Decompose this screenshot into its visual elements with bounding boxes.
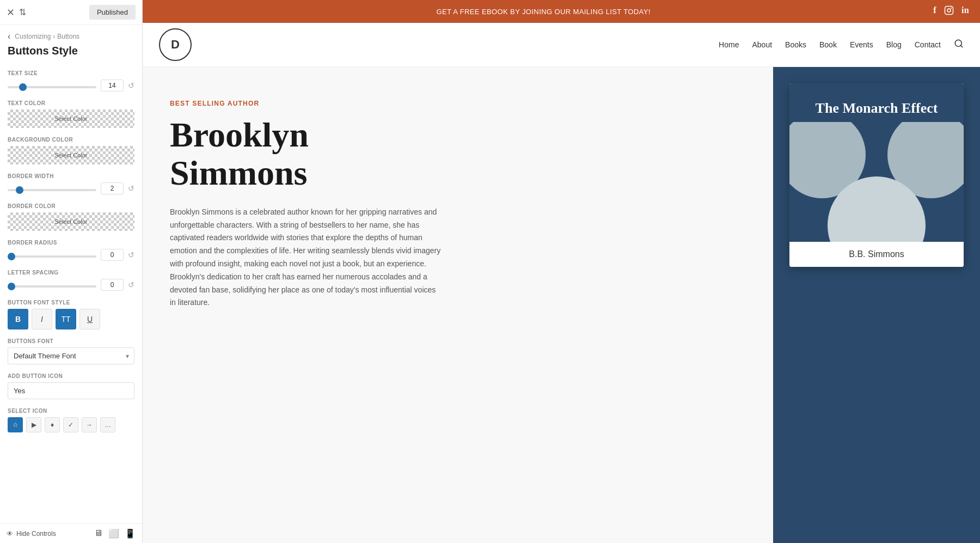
book-card: The Monarch Effect B.B. Simmons (789, 83, 964, 267)
select-icon-group: SELECT ICON ☆ ▶ ♦ ✓ → … (8, 408, 134, 432)
text-size-group: TEXT SIZE ↺ (8, 70, 134, 91)
letter-spacing-reset[interactable]: ↺ (128, 281, 134, 289)
uppercase-button[interactable]: TT (56, 309, 76, 330)
buttons-font-label: BUTTONS FONT (8, 338, 134, 344)
desktop-icon[interactable]: 🖥 (94, 528, 103, 539)
background-color-group: BACKGROUND COLOR Select Color (8, 137, 134, 164)
nav-contact[interactable]: Contact (915, 40, 941, 49)
close-icon[interactable]: ✕ (7, 8, 15, 17)
border-width-reset[interactable]: ↺ (128, 185, 134, 192)
border-color-placeholder: Select Color (55, 218, 88, 225)
instagram-icon[interactable] (944, 5, 954, 17)
icon-option-4[interactable]: ✓ (63, 417, 78, 432)
nav-events[interactable]: Events (850, 40, 873, 49)
add-button-icon-label: ADD BUTTON ICON (8, 373, 134, 379)
site-logo[interactable]: D (159, 28, 192, 61)
breadcrumb-parent: Customizing (15, 33, 51, 40)
background-color-picker[interactable]: Select Color (8, 146, 134, 164)
nav-home[interactable]: Home (719, 40, 739, 49)
site-nav: D Home About Books Book Events Blog Cont… (143, 23, 980, 67)
add-button-icon-group: ADD BUTTON ICON (8, 373, 134, 399)
border-width-label: BORDER WIDTH (8, 173, 134, 179)
letter-spacing-row: ↺ (8, 279, 134, 291)
letter-spacing-label: LETTER SPACING (8, 270, 134, 276)
icon-option-more[interactable]: … (100, 417, 115, 432)
border-width-slider[interactable] (8, 189, 96, 191)
border-width-row: ↺ (8, 182, 134, 194)
page-title: Buttons Style (0, 44, 142, 65)
border-radius-label: BORDER RADIUS (8, 240, 134, 246)
linkedin-icon[interactable]: in (961, 5, 969, 17)
border-radius-slider[interactable] (8, 255, 96, 258)
eye-icon: 👁 (7, 530, 13, 538)
author-bio: Brooklyn Simmons is a celebrated author … (170, 206, 442, 309)
svg-point-2 (951, 8, 952, 9)
border-width-group: BORDER WIDTH ↺ (8, 173, 134, 194)
panel-body: TEXT SIZE ↺ TEXT COLOR Select Color BACK… (0, 65, 142, 523)
published-button[interactable]: Published (89, 5, 136, 20)
bold-button[interactable]: B (8, 309, 28, 330)
facebook-icon[interactable]: f (933, 5, 936, 17)
border-radius-reset[interactable]: ↺ (128, 251, 134, 259)
hide-controls-button[interactable]: 👁 Hide Controls (7, 530, 56, 538)
text-color-group: TEXT COLOR Select Color (8, 100, 134, 128)
select-icon-label: SELECT ICON (8, 408, 134, 414)
underline-button[interactable]: U (79, 309, 100, 330)
text-color-picker[interactable]: Select Color (8, 109, 134, 128)
text-size-reset[interactable]: ↺ (128, 82, 134, 89)
nav-about[interactable]: About (752, 40, 772, 49)
border-radius-row: ↺ (8, 249, 134, 261)
nav-books[interactable]: Books (785, 40, 806, 49)
buttons-font-group: BUTTONS FONT Default Theme Font Arial Ge… (8, 338, 134, 364)
mobile-icon[interactable]: 📱 (125, 528, 136, 539)
border-color-picker[interactable]: Select Color (8, 212, 134, 231)
nav-book[interactable]: Book (819, 40, 837, 49)
letter-spacing-slider-container (8, 280, 96, 290)
text-color-label: TEXT COLOR (8, 100, 134, 106)
italic-button[interactable]: I (32, 309, 52, 330)
button-font-style-label: BUTTON FONT STYLE (8, 300, 134, 306)
search-icon[interactable] (954, 39, 964, 51)
icon-option-3[interactable]: ♦ (45, 417, 60, 432)
svg-line-4 (960, 45, 962, 47)
hero-section: BEST SELLING AUTHOR BrooklynSimmons Broo… (143, 67, 773, 543)
hide-controls-label: Hide Controls (16, 530, 56, 538)
main-content: BEST SELLING AUTHOR BrooklynSimmons Broo… (143, 67, 980, 543)
breadcrumb-child: Buttons (57, 33, 79, 40)
add-button-icon-input[interactable] (8, 382, 134, 399)
text-color-placeholder: Select Color (55, 115, 88, 122)
text-size-slider[interactable] (8, 86, 96, 88)
announcement-text: GET A FREE EBOOK BY JOINING OUR MAILING … (154, 8, 933, 16)
border-color-group: BORDER COLOR Select Color (8, 203, 134, 231)
reorder-icon[interactable]: ⇅ (19, 7, 26, 17)
background-color-label: BACKGROUND COLOR (8, 137, 134, 143)
panel-header: ✕ ⇅ Published (0, 0, 142, 25)
text-size-slider-container (8, 81, 96, 90)
site-preview: GET A FREE EBOOK BY JOINING OUR MAILING … (143, 0, 980, 543)
font-style-row: B I TT U (8, 309, 134, 330)
border-width-input[interactable] (101, 182, 124, 194)
buttons-font-select[interactable]: Default Theme Font Arial Georgia Helveti… (8, 347, 134, 364)
device-icons: 🖥 ⬜ 📱 (94, 528, 136, 539)
letter-spacing-input[interactable] (101, 279, 124, 291)
book-cover-bottom: B.B. Simmons (789, 242, 964, 267)
icon-option-5[interactable]: → (82, 417, 97, 432)
nav-links: Home About Books Book Events Blog Contac… (719, 39, 964, 51)
book-cover-art (789, 122, 964, 242)
tablet-icon[interactable]: ⬜ (108, 528, 119, 539)
nav-blog[interactable]: Blog (886, 40, 902, 49)
text-size-input[interactable] (101, 80, 124, 91)
letter-spacing-slider[interactable] (8, 285, 96, 288)
text-size-row: ↺ (8, 80, 134, 91)
border-color-checker: Select Color (8, 212, 134, 231)
back-arrow-icon[interactable]: ‹ (8, 32, 10, 41)
buttons-font-select-wrapper: Default Theme Font Arial Georgia Helveti… (8, 347, 134, 364)
social-icons: f in (933, 5, 969, 17)
border-radius-input[interactable] (101, 249, 124, 261)
icon-option-2[interactable]: ▶ (26, 417, 41, 432)
svg-rect-0 (945, 7, 953, 15)
border-width-slider-container (8, 184, 96, 193)
background-color-checker: Select Color (8, 146, 134, 164)
border-color-label: BORDER COLOR (8, 203, 134, 209)
icon-option-1[interactable]: ☆ (8, 417, 23, 432)
